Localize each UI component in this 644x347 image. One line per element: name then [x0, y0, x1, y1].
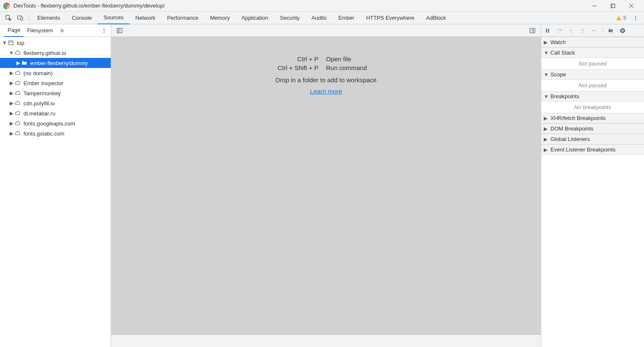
panel-tab-sources[interactable]: Sources: [98, 12, 130, 24]
tree-item-label: cdn.polyfill.io: [23, 100, 55, 107]
tree-item[interactable]: ▶fonts.googleapis.com: [0, 118, 111, 128]
tree-item-label: ember-flexberry/dummy: [30, 60, 88, 66]
kebab-menu-icon[interactable]: [630, 12, 641, 24]
shortcut-row: Ctrl + Shift + PRun command: [221, 64, 431, 71]
tree-item-label: fonts.gstatic.com: [23, 130, 65, 137]
svg-point-10: [635, 16, 636, 16]
toggle-debugger-icon[interactable]: [527, 25, 538, 37]
shortcut-action: Open file: [326, 55, 431, 63]
navigator-tab-page[interactable]: Page: [4, 24, 23, 37]
svg-rect-26: [622, 29, 623, 32]
window-minimize-button[interactable]: [585, 0, 604, 12]
panel-tab-security[interactable]: Security: [274, 12, 305, 24]
panel-tab-https-everywhere[interactable]: HTTPS Everywhere: [360, 12, 420, 24]
step-icon[interactable]: [590, 26, 599, 35]
svg-point-13: [104, 28, 104, 29]
svg-rect-8: [618, 17, 619, 19]
section-body: Not paused: [541, 58, 644, 69]
debugger-panel: ▶Watch▼Call StackNot paused▼ScopeNot pau…: [541, 24, 644, 347]
tree-item[interactable]: ▶ember-flexberry/dummy: [0, 58, 111, 68]
svg-point-12: [635, 19, 636, 20]
tree-item-label: fonts.googleapis.com: [23, 120, 75, 127]
learn-more-link[interactable]: Learn more: [310, 88, 342, 95]
section-body: Not paused: [541, 80, 644, 91]
section-label: Watch: [550, 39, 566, 45]
tree-item[interactable]: ▶fonts.gstatic.com: [0, 128, 111, 138]
toggle-navigator-icon[interactable]: [114, 25, 125, 37]
tree-item[interactable]: ▶Tampermonkey: [0, 88, 111, 98]
tree-arrow-icon: ▶: [9, 90, 13, 96]
debug-section-watch[interactable]: ▶Watch: [541, 37, 644, 47]
svg-point-11: [635, 17, 636, 18]
section-label: XHR/fetch Breakpoints: [550, 115, 606, 121]
tree-item-label: top: [17, 40, 24, 46]
tree-item-label: (no domain): [23, 70, 52, 76]
warning-icon: [616, 15, 622, 21]
cloud-icon: [14, 50, 21, 56]
section-arrow-icon: ▼: [544, 94, 549, 99]
tree-item[interactable]: ▶Ember Inspector: [0, 78, 111, 88]
panel-tab-performance[interactable]: Performance: [161, 12, 204, 24]
debug-section-xhr-fetch-breakpoints[interactable]: ▶XHR/fetch Breakpoints: [541, 113, 644, 123]
navigator-tab-filesystem[interactable]: Filesystem: [23, 24, 56, 37]
console-warning-count[interactable]: 5: [616, 15, 626, 21]
svg-rect-19: [546, 29, 547, 32]
editor-panel: Ctrl + POpen fileCtrl + Shift + PRun com…: [111, 24, 541, 347]
section-arrow-icon: ▶: [544, 136, 549, 142]
tree-arrow-icon: ▼: [9, 50, 13, 56]
svg-point-2: [5, 5, 8, 7]
svg-rect-20: [548, 29, 549, 32]
svg-point-23: [582, 32, 583, 33]
window-title: DevTools - flexberry.github.io/ember-fle…: [13, 3, 164, 9]
tree-item[interactable]: ▶(no domain): [0, 68, 111, 78]
tree-item[interactable]: ▼flexberry.github.io: [0, 48, 111, 58]
inspect-element-icon[interactable]: [3, 12, 14, 24]
panel-tab-memory[interactable]: Memory: [204, 12, 236, 24]
folder-icon: [21, 60, 28, 66]
panel-tab-elements[interactable]: Elements: [31, 12, 66, 24]
tree-item[interactable]: ▶cdn.polyfill.io: [0, 98, 111, 108]
devtools-panel-tabs: ElementsConsoleSourcesNetworkPerformance…: [0, 12, 644, 24]
step-out-icon[interactable]: [578, 26, 587, 35]
section-label: Event Listener Breakpoints: [550, 146, 615, 153]
cloud-icon: [14, 90, 21, 97]
window-close-button[interactable]: [622, 0, 641, 12]
more-tabs-icon[interactable]: [57, 26, 67, 36]
tree-arrow-icon: ▶: [16, 60, 20, 66]
svg-rect-27: [623, 29, 624, 32]
panel-tab-network[interactable]: Network: [130, 12, 162, 24]
panel-tab-ember[interactable]: Ember: [332, 12, 360, 24]
file-tree[interactable]: ▼top▼flexberry.github.io▶ember-flexberry…: [0, 37, 111, 347]
tree-arrow-icon: ▶: [9, 70, 13, 76]
panel-tab-console[interactable]: Console: [66, 12, 98, 24]
debug-section-breakpoints[interactable]: ▼Breakpoints: [541, 91, 644, 102]
tree-item[interactable]: ▼top: [0, 38, 111, 48]
svg-rect-16: [9, 41, 13, 44]
pause-icon[interactable]: [543, 26, 552, 35]
debug-section-event-listener-breakpoints[interactable]: ▶Event Listener Breakpoints: [541, 144, 644, 155]
panel-tab-adblock[interactable]: AdBlock: [420, 12, 452, 24]
section-arrow-icon: ▶: [544, 126, 549, 132]
debug-section-scope[interactable]: ▼Scope: [541, 69, 644, 80]
device-toggle-icon[interactable]: [14, 12, 26, 24]
step-over-icon[interactable]: [555, 26, 564, 35]
cloud-icon: [14, 120, 21, 127]
section-label: Scope: [550, 71, 566, 78]
panel-tab-audits[interactable]: Audits: [305, 12, 332, 24]
step-into-icon[interactable]: [566, 26, 576, 35]
tree-item-label: Tampermonkey: [23, 90, 61, 97]
debug-section-dom-breakpoints[interactable]: ▶DOM Breakpoints: [541, 123, 644, 134]
pause-on-exceptions-icon[interactable]: [618, 26, 627, 35]
debug-section-call-stack[interactable]: ▼Call Stack: [541, 47, 644, 58]
svg-point-22: [571, 32, 571, 33]
section-arrow-icon: ▼: [544, 50, 549, 56]
window-maximize-button[interactable]: [604, 0, 622, 12]
svg-point-25: [620, 28, 625, 33]
navigator-kebab-icon[interactable]: [99, 26, 109, 36]
cloud-icon: [14, 100, 21, 107]
deactivate-breakpoints-icon[interactable]: [606, 26, 615, 35]
debug-section-global-listeners[interactable]: ▶Global Listeners: [541, 134, 644, 144]
tree-arrow-icon: ▶: [9, 110, 13, 116]
panel-tab-application[interactable]: Application: [236, 12, 274, 24]
tree-item[interactable]: ▶dl.metabar.ru: [0, 108, 111, 118]
